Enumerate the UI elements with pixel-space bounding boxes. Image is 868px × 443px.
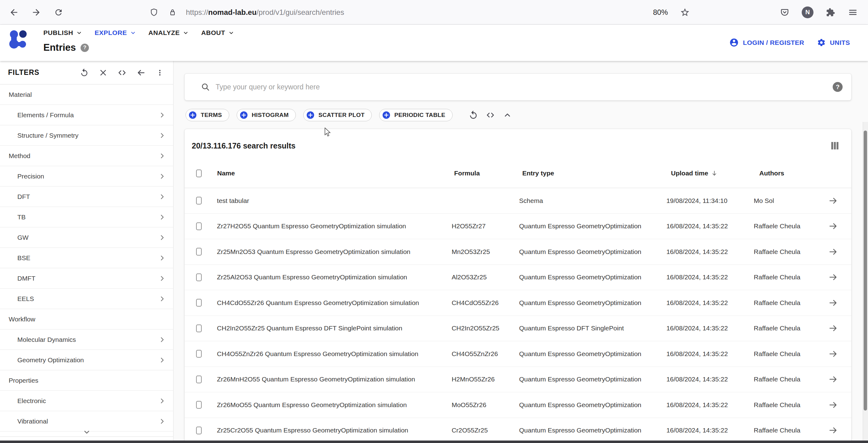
nav-menu-item[interactable]: ABOUT	[201, 29, 234, 36]
row-checkbox[interactable]	[196, 299, 202, 307]
open-entry-arrow-icon[interactable]	[828, 298, 851, 307]
nomad-logo[interactable]	[9, 30, 29, 49]
sidebar-divider	[0, 437, 173, 437]
chevron-right-icon	[158, 234, 166, 241]
table-row[interactable]: test tabular Schema 19/08/2024, 11:34:10…	[185, 188, 851, 214]
nav-menu-item[interactable]: ANALYZE	[148, 29, 189, 36]
open-entry-arrow-icon[interactable]	[828, 273, 851, 282]
hamburger-menu-icon[interactable]	[847, 7, 858, 18]
filter-menu-item[interactable]: Precision	[0, 166, 173, 186]
refresh-results-icon[interactable]	[468, 110, 478, 120]
filter-menu-item[interactable]: Properties	[0, 370, 173, 391]
vertical-scrollbar-thumb[interactable]	[864, 131, 867, 411]
row-checkbox[interactable]	[196, 350, 202, 357]
open-entry-arrow-icon[interactable]	[828, 247, 851, 257]
login-register-label: LOGIN / REGISTER	[743, 39, 804, 46]
open-entry-arrow-icon[interactable]	[828, 222, 851, 231]
table-row[interactable]: CH2In2O55Zr25 Quantum Espresso DFT Singl…	[185, 316, 851, 342]
plus-circle-icon	[189, 111, 197, 119]
filter-menu-item[interactable]: EELS	[0, 288, 173, 309]
login-register-button[interactable]: LOGIN / REGISTER	[729, 38, 804, 47]
browser-back-icon[interactable]	[9, 7, 19, 18]
table-row[interactable]: Zr25Mn2O53 Quantum Espresso GeometryOpti…	[185, 239, 851, 265]
search-help-icon[interactable]: ?	[833, 82, 843, 92]
column-header-upload-time[interactable]: Upload time	[671, 170, 759, 177]
browser-reload-icon[interactable]	[53, 7, 64, 18]
browser-zoom-indicator[interactable]: 80%	[653, 8, 668, 17]
chevron-right-icon	[158, 213, 166, 221]
browser-forward-icon[interactable]	[31, 7, 41, 18]
cell-formula: CH2In2O55Zr25	[452, 325, 519, 332]
filters-reset-icon[interactable]	[79, 67, 90, 78]
cell-authors: Raffaele Cheula	[754, 325, 828, 332]
row-checkbox[interactable]	[196, 376, 202, 383]
units-button[interactable]: UNITS	[817, 38, 850, 47]
nav-menu-item[interactable]: PUBLISH	[43, 29, 82, 36]
lock-icon[interactable]	[167, 7, 178, 18]
filter-menu-item[interactable]: Molecular Dynamics	[0, 330, 173, 350]
add-widget-chip[interactable]: HISTOGRAM	[237, 109, 296, 121]
row-checkbox[interactable]	[196, 325, 202, 332]
browser-account-avatar[interactable]: N	[802, 6, 813, 18]
open-entry-arrow-icon[interactable]	[828, 196, 851, 205]
filter-menu-item[interactable]: Structure / Symmetry	[0, 125, 173, 146]
filter-menu-item[interactable]: Electronic	[0, 391, 173, 411]
filters-menu: Material Elements / Formula Structure / …	[0, 84, 173, 432]
add-widget-chip[interactable]: PERIODIC TABLE	[379, 109, 453, 121]
query-code-icon[interactable]	[485, 110, 496, 120]
cell-upload-time: 16/08/2024, 14:35:22	[666, 223, 754, 230]
row-checkbox[interactable]	[196, 223, 202, 230]
add-widget-chip[interactable]: SCATTER PLOT	[303, 109, 372, 121]
row-checkbox[interactable]	[196, 197, 202, 204]
filter-menu-item[interactable]: Method	[0, 146, 173, 166]
page-help-icon[interactable]: ?	[81, 44, 89, 52]
cell-formula: CH4O55ZnZr26	[452, 350, 519, 357]
table-row[interactable]: CH4CdO55Zr26 Quantum Espresso GeometryOp…	[185, 290, 851, 316]
filters-code-icon[interactable]	[117, 67, 127, 78]
row-checkbox[interactable]	[196, 427, 202, 434]
filter-menu-item[interactable]: DMFT	[0, 268, 173, 288]
columns-settings-icon[interactable]	[831, 142, 839, 150]
pocket-icon[interactable]	[779, 7, 790, 18]
table-row[interactable]: Zr26MnH2O55 Quantum Espresso GeometryOpt…	[185, 367, 851, 393]
open-entry-arrow-icon[interactable]	[828, 349, 851, 359]
open-entry-arrow-icon[interactable]	[828, 400, 851, 410]
filters-collapse-left-icon[interactable]	[136, 67, 146, 78]
search-input[interactable]	[216, 83, 833, 91]
row-checkbox[interactable]	[196, 273, 202, 281]
open-entry-arrow-icon[interactable]	[828, 426, 851, 435]
filter-menu-item[interactable]: TB	[0, 207, 173, 227]
filter-menu-item[interactable]: Geometry Optimization	[0, 350, 173, 370]
column-header-entry-type: Entry type	[522, 170, 671, 177]
table-row[interactable]: Zr25Al2O53 Quantum Espresso GeometryOpti…	[185, 265, 851, 291]
filter-menu-item[interactable]: BSE	[0, 248, 173, 268]
filter-menu-item[interactable]: Material	[0, 84, 173, 105]
collapse-up-chevron-icon[interactable]	[502, 110, 513, 120]
filter-menu-item[interactable]: GW	[0, 227, 173, 248]
cell-authors: Raffaele Cheula	[754, 299, 828, 307]
table-row[interactable]: Zr27H2O55 Quantum Espresso GeometryOptim…	[185, 214, 851, 239]
extensions-puzzle-icon[interactable]	[825, 7, 836, 18]
table-row[interactable]: Zr25Cr2O55 Quantum Espresso GeometryOpti…	[185, 418, 851, 441]
nav-menu-item[interactable]: EXPLORE	[94, 29, 136, 36]
nav-menu-label: ABOUT	[201, 29, 225, 36]
table-row[interactable]: CH4O55ZnZr26 Quantum Espresso GeometryOp…	[185, 341, 851, 367]
filter-menu-label: Vibrational	[17, 418, 48, 425]
filters-more-vert-icon[interactable]	[155, 67, 165, 78]
open-entry-arrow-icon[interactable]	[828, 323, 851, 333]
filters-close-icon[interactable]	[98, 67, 108, 78]
filter-menu-item[interactable]: Elements / Formula	[0, 105, 173, 125]
tracking-shield-icon[interactable]	[149, 7, 159, 18]
bookmark-star-icon[interactable]	[680, 7, 690, 18]
select-all-checkbox[interactable]	[196, 170, 202, 177]
add-widget-chip[interactable]: TERMS	[186, 109, 229, 121]
filter-menu-item[interactable]: DFT	[0, 186, 173, 207]
browser-toolbar: https://nomad-lab.eu/prod/v1/gui/search/…	[0, 0, 868, 25]
open-entry-arrow-icon[interactable]	[828, 375, 851, 384]
filter-menu-item[interactable]: Workflow	[0, 309, 173, 330]
cell-entry-type: Quantum Espresso GeometryOptimization	[519, 248, 666, 255]
table-row[interactable]: Zr26MoO55 Quantum Espresso GeometryOptim…	[185, 392, 851, 418]
url-bar[interactable]: https://nomad-lab.eu/prod/v1/gui/search/…	[143, 4, 350, 21]
row-checkbox[interactable]	[196, 401, 202, 409]
row-checkbox[interactable]	[196, 248, 202, 255]
